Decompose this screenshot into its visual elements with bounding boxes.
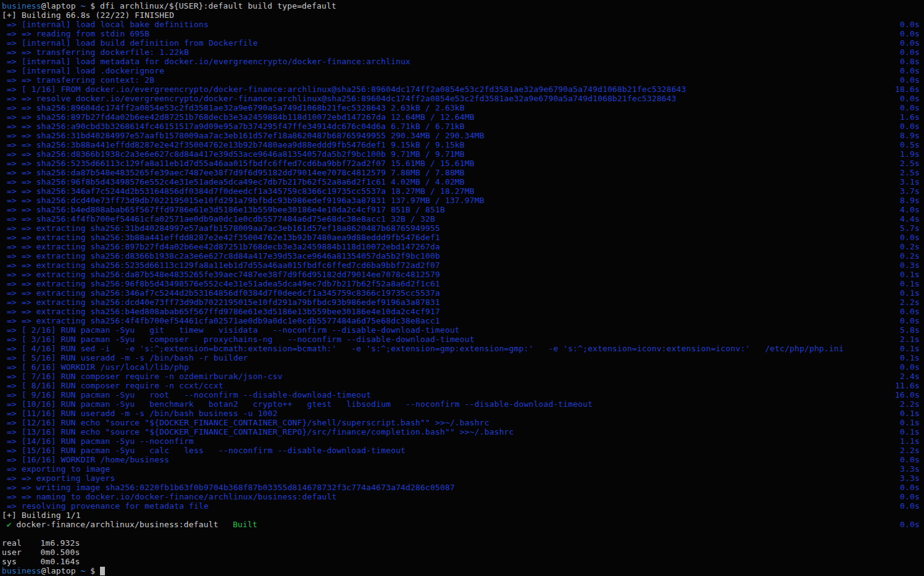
step-duration: 2.2s — [900, 446, 920, 455]
step-duration: 0.1s — [900, 353, 920, 362]
build-steps: => [internal] load local bake definition… — [2, 20, 920, 511]
step-text: => [13/16] RUN echo "source "${DOCKER_FI… — [2, 427, 514, 436]
step-text: => => exporting layers — [2, 474, 115, 483]
step-text: => => sha256:346af7c5244d2b53164856df038… — [2, 186, 475, 196]
step-duration: 8.9s — [900, 196, 920, 205]
step-text: => [12/16] RUN echo "source "${DOCKER_FI… — [2, 418, 489, 427]
step-duration: 0.5s — [900, 140, 920, 149]
step-text: => [internal] load local bake definition… — [2, 20, 209, 29]
prompt-user: business — [2, 566, 41, 575]
step-duration: 0.0s — [900, 492, 920, 501]
step-duration: 0.0s — [900, 103, 920, 112]
step-text: => [10/16] RUN pacman -Syu benchmark bot… — [2, 399, 593, 409]
build-step-line: => => extracting sha256:96f8b5d43498576e… — [2, 279, 920, 288]
step-text: => => extracting sha256:346af7c5244d2b53… — [2, 288, 440, 298]
step-duration: 1.6s — [900, 112, 920, 122]
step-duration: 0.0s — [900, 362, 920, 372]
step-duration: 4.4s — [900, 214, 920, 223]
blank-line — [2, 529, 920, 538]
step-duration: 3.3s — [900, 464, 920, 474]
build-step-line: => [ 2/16] RUN pacman -Syu git timew vis… — [2, 325, 920, 335]
check-icon: ✔ — [7, 520, 12, 529]
build-step-line: => => extracting sha256:d8366b1938c2a3e6… — [2, 251, 920, 261]
step-text: => resolving provenance for metadata fil… — [2, 501, 209, 511]
step-text: => => sha256:4f4fb700ef54461cfa02571ae0d… — [2, 214, 435, 223]
step-duration: 0.8s — [900, 57, 920, 66]
build-step-line: => [11/16] RUN useradd -m -s /bin/bash b… — [2, 409, 920, 418]
step-text: => => reading from stdin 695B — [2, 29, 149, 38]
step-text: => => extracting sha256:31bd40284997e57a… — [2, 223, 440, 233]
timing-label: user — [2, 548, 41, 557]
step-duration: 1.9s — [900, 149, 920, 159]
build-step-line: => => sha256:3b88a441effdd8287e2e42f3500… — [2, 140, 920, 149]
prompt-cwd: ~ — [80, 1, 85, 10]
step-duration: 0.0s — [900, 29, 920, 38]
build-step-line: => => extracting sha256:31bd40284997e57a… — [2, 223, 920, 233]
build-step-line: => [internal] load .dockerignore 0.0s — [2, 66, 920, 75]
step-duration: 0.0s — [900, 483, 920, 492]
prompt-cwd: ~ — [80, 566, 85, 575]
step-duration: 0.2s — [900, 242, 920, 251]
step-duration: 0.0s — [900, 48, 920, 57]
build-result-line: ✔ docker-finance/archlinux/business:defa… — [2, 520, 920, 529]
build-step-line: => [ 6/16] WORKDIR /usr/local/lib/php 0.… — [2, 362, 920, 372]
step-text: => => sha256:a90cbd3b3268614fc46151517a9… — [2, 122, 465, 131]
step-text: => => extracting sha256:b4ed808abab65f56… — [2, 307, 440, 316]
prompt-host: @laptop — [41, 1, 76, 10]
step-duration: 5.7s — [900, 223, 920, 233]
build-footer: [+] Building 1/1 — [2, 511, 81, 520]
step-duration: 0.0s — [900, 233, 920, 242]
build-step-line: => => extracting sha256:3b88a441effdd828… — [2, 233, 920, 242]
step-text: => => sha256:897b27fd4a02b6ee42d87251b76… — [2, 112, 475, 122]
step-text: => [ 6/16] WORKDIR /usr/local/lib/php — [2, 362, 189, 372]
build-step-line: => => exporting layers 3.3s — [2, 474, 920, 483]
prompt-user: business — [2, 1, 41, 10]
step-text: => [14/16] RUN pacman -Syu --noconfirm — [2, 436, 194, 446]
step-text: => [ 7/16] RUN composer require -n ozdem… — [2, 372, 283, 381]
step-duration: 0.0s — [900, 38, 920, 48]
step-text: => => sha256:dcd40e73ff73d9db7022195015e… — [2, 196, 485, 205]
build-step-line: => => sha256:d8366b1938c2a3e6e627c8d84a4… — [2, 149, 920, 159]
step-duration: 0.1s — [900, 270, 920, 279]
step-text: => [ 2/16] RUN pacman -Syu git timew vis… — [2, 325, 460, 335]
step-text: => => extracting sha256:96f8b5d43498576e… — [2, 279, 440, 288]
terminal[interactable]: business @laptop ~ $ dfi archlinux/${USE… — [0, 0, 924, 576]
build-step-line: => [ 4/16] RUN sed -i -e 's:^;extension=… — [2, 344, 920, 353]
build-step-line: => resolving provenance for metadata fil… — [2, 501, 920, 511]
step-duration: 0.2s — [900, 251, 920, 261]
build-header-line: [+] Building 66.8s (22/22) FINISHED — [2, 10, 920, 20]
step-text: => [internal] load build definition from… — [2, 38, 258, 48]
step-duration: 0.3s — [900, 261, 920, 270]
build-step-line: => => naming to docker.io/docker-finance… — [2, 492, 920, 501]
step-duration: 0.1s — [900, 409, 920, 418]
step-text: => => extracting sha256:4f4fb700ef54461c… — [2, 316, 440, 325]
step-text: => => naming to docker.io/docker-finance… — [2, 492, 336, 501]
step-text: => => extracting sha256:dcd40e73ff73d9db… — [2, 298, 440, 307]
step-duration: 18.6s — [895, 85, 920, 94]
step-duration: 2.4s — [900, 372, 920, 381]
build-header: [+] Building 66.8s (22/22) FINISHED — [2, 10, 174, 20]
step-duration: 0.1s — [900, 427, 920, 436]
build-step-line: => => sha256:dcd40e73ff73d9db7022195015e… — [2, 196, 920, 205]
step-duration: 8.9s — [900, 131, 920, 140]
step-text: => [internal] load metadata for docker.i… — [2, 57, 410, 66]
build-step-line: => => transferring dockerfile: 1.22kB 0.… — [2, 48, 920, 57]
result-status: Built — [233, 520, 257, 529]
text-cursor — [100, 567, 105, 575]
step-text: => => resolve docker.io/evergreencrypto/… — [2, 94, 676, 103]
build-step-line: => => sha256:96f8b5d43498576e552c4e31e51… — [2, 177, 920, 186]
step-text: => => extracting sha256:da87b548e4835265… — [2, 270, 440, 279]
step-duration: 0.1s — [900, 344, 920, 353]
build-step-line: => => resolve docker.io/evergreencrypto/… — [2, 94, 920, 103]
step-text: => => transferring context: 2B — [2, 75, 154, 85]
step-text: => => sha256:da87b548e4835265fe39aec7487… — [2, 168, 465, 177]
step-text: => => sha256:5235d66113c129fa8a11eb1d7d5… — [2, 159, 475, 168]
build-step-line: => => sha256:346af7c5244d2b53164856df038… — [2, 186, 920, 196]
step-duration: 5.8s — [900, 325, 920, 335]
build-step-line: => exporting to image 3.3s — [2, 464, 920, 474]
build-step-line: => => reading from stdin 695B 0.0s — [2, 29, 920, 38]
build-step-line: => => sha256:897b27fd4a02b6ee42d87251b76… — [2, 112, 920, 122]
step-text: => [ 8/16] RUN composer require -n ccxt/… — [2, 381, 223, 390]
command-text: dfi archlinux/${USER}:default build type… — [100, 1, 336, 10]
build-step-line: => => writing image sha256:0220fb1b63f0b… — [2, 483, 920, 492]
